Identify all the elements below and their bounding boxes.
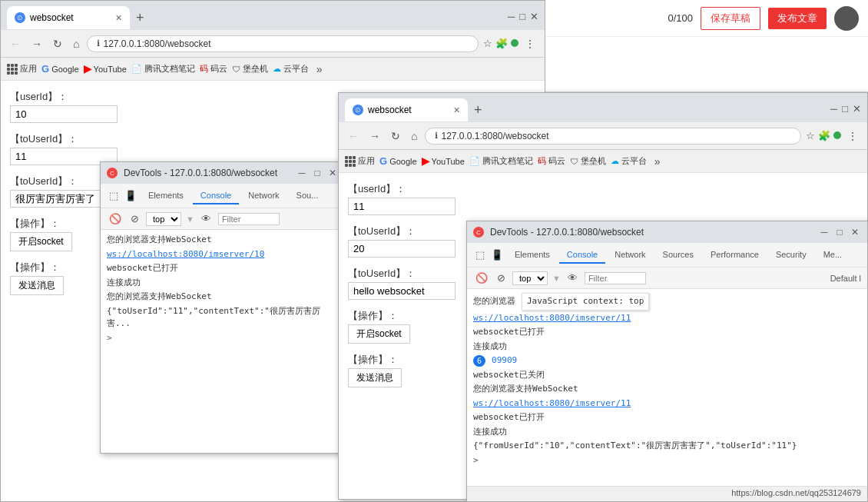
bm-google-label-1: Google bbox=[51, 65, 78, 74]
dt1-context-select[interactable]: top bbox=[146, 212, 181, 226]
dt2-eye[interactable]: 👁 bbox=[565, 271, 580, 284]
bm-apps-1[interactable]: 应用 bbox=[7, 63, 37, 75]
home-button-2[interactable]: ⌂ bbox=[408, 128, 420, 144]
console-line-2-8[interactable]: ws://localhost:8080/imserver/11 bbox=[473, 397, 861, 411]
dt2-filter-input[interactable] bbox=[585, 272, 646, 284]
touserid2-input-2[interactable] bbox=[348, 282, 456, 300]
send-msg-btn-2[interactable]: 发送消息 bbox=[348, 368, 402, 387]
more-btn-1[interactable]: ⋮ bbox=[522, 38, 538, 50]
dt2-tab-network[interactable]: Network bbox=[607, 247, 653, 264]
dt2-minimize[interactable]: ─ bbox=[818, 226, 830, 238]
minimize-btn-1[interactable]: ─ bbox=[508, 11, 515, 22]
bm-gitee-2[interactable]: 码 码云 bbox=[538, 155, 565, 167]
console-line-2-2[interactable]: ws://localhost:8080/imserver/11 bbox=[473, 311, 861, 326]
more-btn-2[interactable]: ⋮ bbox=[844, 130, 861, 142]
dt2-inspect[interactable]: ⬚ bbox=[473, 248, 487, 261]
bm-youtube-label-2: YouTube bbox=[432, 157, 465, 166]
bm-apps-2[interactable]: 应用 bbox=[345, 155, 375, 167]
account-btn-2[interactable] bbox=[833, 130, 841, 141]
dt2-tab-performance[interactable]: Performance bbox=[703, 247, 767, 264]
bm-fortress-1[interactable]: 🛡 堡垒机 bbox=[232, 63, 268, 75]
bm-fortress-2[interactable]: 🛡 堡垒机 bbox=[570, 155, 606, 167]
bm-gitee-1[interactable]: 码 码云 bbox=[200, 63, 227, 75]
dt2-close[interactable]: ✕ bbox=[849, 226, 861, 238]
dt1-tab-console[interactable]: Console bbox=[193, 188, 239, 204]
dt1-tab-sources[interactable]: Sou... bbox=[289, 188, 326, 204]
tab-icon-1: ⊙ bbox=[15, 12, 25, 23]
bm-google-2[interactable]: G Google bbox=[379, 155, 417, 167]
extension-btn-2[interactable]: 🧩 bbox=[818, 130, 830, 141]
open-socket-btn-1[interactable]: 开启socket bbox=[10, 232, 72, 251]
dt2-tab-sources[interactable]: Sources bbox=[655, 247, 701, 264]
maximize-btn-1[interactable]: □ bbox=[519, 11, 525, 22]
dt1-inspect[interactable]: ⬚ bbox=[107, 189, 121, 202]
dt2-phone[interactable]: 📱 bbox=[489, 248, 505, 261]
extension-btn-1[interactable]: 🧩 bbox=[495, 38, 508, 49]
userid-input-1[interactable] bbox=[10, 105, 118, 123]
dt1-clear[interactable]: 🚫 bbox=[107, 212, 124, 225]
addr-actions-2: ☆ 🧩 ⋮ bbox=[806, 130, 861, 142]
new-tab-button-2[interactable]: + bbox=[468, 102, 489, 118]
bm-txdoc-1[interactable]: 📄 腾讯文档笔记 bbox=[131, 63, 195, 75]
account-btn-1[interactable] bbox=[511, 38, 518, 49]
dt1-filter-input[interactable] bbox=[218, 213, 280, 225]
forward-button-1[interactable]: → bbox=[28, 36, 45, 52]
url-bar-2[interactable]: ℹ 127.0.0.1:8080/websocket bbox=[425, 128, 801, 145]
bm-youtube-1[interactable]: ▶ YouTube bbox=[84, 63, 127, 75]
tab-close-2[interactable]: ✕ bbox=[453, 105, 460, 115]
dt1-tab-elements[interactable]: Elements bbox=[141, 188, 191, 204]
publish-button[interactable]: 发布文章 bbox=[768, 8, 827, 29]
close-btn-2[interactable]: ✕ bbox=[853, 103, 861, 115]
bookmarks-more-1[interactable]: » bbox=[313, 63, 326, 75]
close-btn-1[interactable]: ✕ bbox=[530, 11, 538, 22]
bm-cloud-label-1: 云平台 bbox=[283, 63, 309, 75]
bookmarks-more-2[interactable]: » bbox=[651, 155, 664, 168]
userid-section-2: 【userId】： bbox=[348, 182, 858, 215]
info-icon-1: ℹ bbox=[97, 38, 100, 48]
back-button-2[interactable]: ← bbox=[345, 128, 362, 144]
apps-icon-2 bbox=[345, 156, 356, 167]
send-msg-btn-1[interactable]: 发送消息 bbox=[10, 276, 64, 295]
maximize-btn-2[interactable]: □ bbox=[842, 103, 848, 115]
bm-cloud-2[interactable]: ☁ 云平台 bbox=[611, 155, 647, 167]
refresh-button-2[interactable]: ↻ bbox=[388, 128, 403, 144]
tab-websocket-2[interactable]: ⊙ websocket ✕ bbox=[345, 98, 468, 121]
dt2-tab-more[interactable]: Me... bbox=[816, 247, 850, 264]
dt1-eye[interactable]: 👁 bbox=[199, 212, 214, 225]
url-bar-1[interactable]: ℹ 127.0.0.1:8080/websocket bbox=[87, 35, 479, 52]
bookmark-star-1[interactable]: ☆ bbox=[483, 38, 492, 49]
dt2-tab-console[interactable]: Console bbox=[559, 247, 605, 264]
dt1-tab-network[interactable]: Network bbox=[240, 188, 287, 204]
dt2-clear[interactable]: 🚫 bbox=[473, 271, 490, 284]
dt1-minimize[interactable]: ─ bbox=[296, 167, 308, 179]
bm-youtube-2[interactable]: ▶ YouTube bbox=[422, 155, 465, 167]
tab-websocket-1[interactable]: ⊙ websocket ✕ bbox=[7, 6, 130, 29]
back-button-1[interactable]: ← bbox=[7, 36, 24, 52]
console-text-2-1: 您的浏览器 bbox=[473, 295, 515, 308]
refresh-button-1[interactable]: ↻ bbox=[50, 36, 65, 52]
save-draft-button[interactable]: 保存草稿 bbox=[701, 7, 760, 30]
dt1-maximize[interactable]: □ bbox=[311, 167, 323, 179]
dt2-tab-elements[interactable]: Elements bbox=[507, 247, 558, 264]
dt2-tab-security[interactable]: Security bbox=[768, 247, 814, 264]
bm-cloud-1[interactable]: ☁ 云平台 bbox=[273, 63, 309, 75]
bm-txdoc-2[interactable]: 📄 腾讯文档笔记 bbox=[469, 155, 533, 167]
dt2-context-select[interactable]: top bbox=[512, 271, 548, 285]
forward-button-2[interactable]: → bbox=[366, 128, 383, 144]
minimize-btn-2[interactable]: ─ bbox=[830, 103, 837, 115]
userid-input-2[interactable] bbox=[348, 198, 456, 215]
dt2-default-label: Default l bbox=[830, 274, 861, 283]
dt1-filter-btn[interactable]: ⊘ bbox=[128, 212, 141, 225]
dt2-filter-btn[interactable]: ⊘ bbox=[495, 271, 508, 284]
bookmark-star-2[interactable]: ☆ bbox=[806, 130, 815, 141]
dt1-phone[interactable]: 📱 bbox=[122, 189, 139, 202]
touserid-input-2[interactable] bbox=[348, 240, 456, 258]
home-button-1[interactable]: ⌂ bbox=[70, 36, 82, 52]
console-line-1-2[interactable]: ws://localhost:8080/imserver/10 bbox=[107, 248, 339, 262]
dt1-close[interactable]: ✕ bbox=[326, 167, 339, 179]
tab-close-1[interactable]: ✕ bbox=[115, 13, 122, 23]
open-socket-btn-2[interactable]: 开启socket bbox=[348, 324, 410, 344]
bm-google-1[interactable]: G Google bbox=[41, 63, 79, 75]
dt2-maximize[interactable]: □ bbox=[833, 226, 846, 238]
new-tab-button-1[interactable]: + bbox=[130, 10, 151, 26]
